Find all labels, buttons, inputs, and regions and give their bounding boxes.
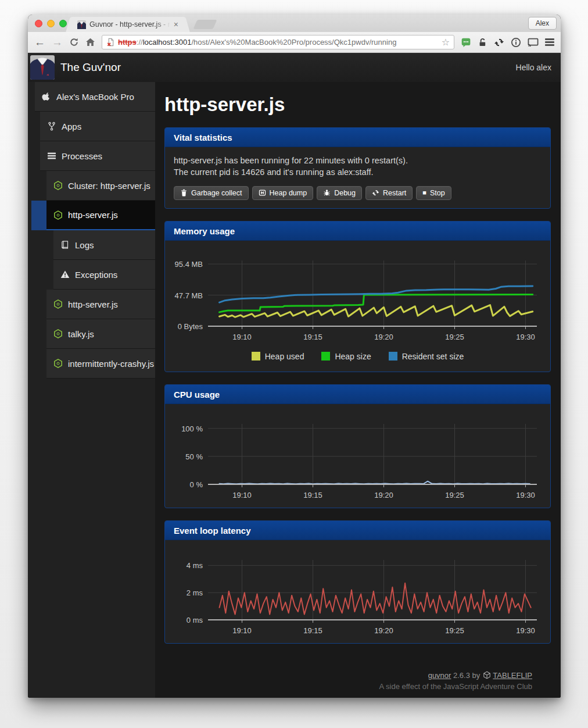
memory-chart-body: 0 Bytes47.7 MB95.4 MB19:1019:1519:2019:2… (165, 241, 550, 372)
reload-icon[interactable] (69, 37, 79, 47)
svg-text:19:20: 19:20 (374, 491, 393, 499)
garbage-collect-button[interactable]: Garbage collect (174, 186, 249, 200)
resident-set-size-swatch (389, 352, 397, 361)
node-icon (53, 181, 63, 190)
legend-heap-used: Heap used (252, 352, 304, 361)
debug-button[interactable]: Debug (317, 186, 362, 200)
main-panel: http-server.js Vital statistics http-ser… (155, 82, 561, 698)
sidebar-item-http-server-2[interactable]: http-server.js (46, 290, 155, 319)
browser-tab[interactable]: Guvnor - http-server.js - ru × (72, 17, 184, 32)
svg-text:50 %: 50 % (185, 452, 203, 461)
bookmark-star-icon[interactable]: ☆ (442, 38, 450, 47)
back-icon[interactable]: ← (34, 37, 45, 48)
guvnor-link[interactable]: guvnor (428, 671, 451, 680)
sidebar-item-exceptions[interactable]: Exceptions (53, 260, 155, 290)
process-actions: Garbage collect Heap dump Debug Res (174, 186, 542, 200)
svg-text:47.7 MB: 47.7 MB (175, 291, 203, 299)
svg-text:19:20: 19:20 (374, 626, 393, 635)
cert-error-icon[interactable] (106, 38, 115, 47)
version-text: 2.6.3 (453, 671, 470, 680)
panel-header: CPU usage (165, 385, 550, 404)
panel-header: Memory usage (165, 222, 550, 241)
sidebar-item-talky[interactable]: talky.js (46, 319, 155, 349)
memory-usage-panel: Memory usage 0 Bytes47.7 MB95.4 MB19:101… (164, 221, 551, 372)
padlock-open-icon[interactable] (478, 37, 487, 47)
url-host: localhost:3001 (143, 38, 192, 47)
url-text: https://localhost:3001/host/Alex's%20Mac… (118, 38, 396, 47)
warning-icon (60, 270, 70, 279)
page-footer: guvnor 2.6.3 byTABLEFLIP A side effect o… (164, 656, 551, 691)
sidebar-item-processes[interactable]: Processes (40, 141, 155, 171)
browser-menu-icon[interactable] (545, 38, 554, 45)
sidebar-item-label: Alex's MacBook Pro (56, 92, 134, 102)
sidebar-item-http-server-selected[interactable]: http-server.js (46, 201, 155, 230)
apple-icon (42, 92, 51, 101)
sidebar-item-label: http-server.js (68, 299, 118, 309)
svg-text:100 %: 100 % (181, 424, 203, 433)
guvnor-suit-avatar (30, 55, 55, 80)
app-header: The Guv'nor Hello alex (28, 53, 561, 82)
restart-button[interactable]: Restart (365, 186, 413, 200)
browser-profile-button[interactable]: Alex (528, 17, 557, 30)
svg-text:19:25: 19:25 (445, 491, 464, 499)
svg-text:19:15: 19:15 (303, 333, 322, 341)
latency-chart-body: 0 ms2 ms4 ms19:1019:1519:2019:2519:30 (165, 540, 550, 643)
svg-text:0 ms: 0 ms (187, 616, 203, 624)
sidebar-item-label: Logs (75, 240, 94, 250)
svg-text:19:30: 19:30 (516, 333, 535, 341)
memory-usage-chart: 0 Bytes47.7 MB95.4 MB19:1019:1519:2019:2… (165, 248, 550, 347)
stop-square-icon: ■ (422, 190, 426, 196)
new-tab-button[interactable] (193, 20, 217, 29)
svg-text:95.4 MB: 95.4 MB (175, 260, 203, 269)
stop-button[interactable]: ■ Stop (416, 186, 451, 200)
forward-icon[interactable]: → (52, 37, 63, 48)
node-icon (53, 210, 63, 220)
node-icon (53, 329, 63, 338)
minimize-window-button[interactable] (47, 20, 55, 27)
heap-dump-button[interactable]: Heap dump (252, 186, 314, 200)
tab-close-icon[interactable]: × (174, 20, 178, 28)
home-icon[interactable] (85, 37, 95, 47)
footer-tagline: A side effect of the JavaScript Adventur… (164, 682, 532, 691)
sync-arrows-icon[interactable] (494, 37, 504, 48)
sidebar-item-label: Processes (62, 151, 102, 161)
extension-bubble-icon[interactable] (461, 37, 471, 48)
vital-statistics-body: http-server.js has been running for 22 m… (165, 147, 550, 208)
svg-text:19:15: 19:15 (303, 626, 322, 635)
heap-size-swatch (321, 352, 330, 361)
sidebar-item-label: Cluster: http-server.js (68, 181, 150, 191)
heap-used-swatch (252, 352, 260, 361)
svg-text:19:25: 19:25 (445, 333, 464, 341)
close-window-button[interactable] (35, 20, 42, 27)
sidebar-item-label: Apps (62, 122, 81, 131)
svg-text:0 %: 0 % (190, 480, 203, 489)
sidebar-item-label: intermittently-crashy.js (68, 359, 154, 369)
cast-icon[interactable] (528, 37, 539, 48)
svg-text:19:10: 19:10 (232, 333, 252, 341)
sidebar-item-cluster[interactable]: Cluster: http-server.js (46, 171, 155, 201)
sidebar-item-label: http-server.js (68, 210, 118, 220)
footer-credits: guvnor 2.6.3 byTABLEFLIP (164, 671, 532, 680)
svg-text:4 ms: 4 ms (187, 561, 203, 570)
sidebar-item-logs[interactable]: Logs (53, 230, 155, 260)
svg-text:19:25: 19:25 (445, 626, 464, 635)
url-separator: :// (137, 38, 143, 47)
node-icon (53, 299, 63, 309)
address-bar[interactable]: https://localhost:3001/host/Alex's%20Mac… (102, 35, 454, 49)
svg-text:19:10: 19:10 (232, 491, 252, 499)
svg-text:19:10: 19:10 (232, 626, 252, 635)
panel-header: Event loop latency (165, 521, 550, 540)
browser-toolbar: ← → https://localhost:3001/host/Alex's%2… (28, 32, 561, 53)
svg-text:19:15: 19:15 (303, 491, 322, 499)
app-title: The Guv'nor (60, 61, 121, 74)
sidebar-item-intermittently-crashy[interactable]: intermittently-crashy.js (46, 349, 155, 379)
info-icon[interactable] (511, 37, 521, 48)
tableflip-link[interactable]: TABLEFLIP (493, 671, 532, 680)
book-icon (60, 240, 70, 249)
sidebar-item-host[interactable]: Alex's MacBook Pro (35, 82, 155, 112)
url-scheme: https (118, 38, 137, 47)
zoom-window-button[interactable] (59, 20, 67, 27)
svg-text:0 Bytes: 0 Bytes (178, 322, 203, 331)
sidebar-item-apps[interactable]: Apps (40, 112, 155, 141)
browser-window: Guvnor - http-server.js - ru × Alex ← → … (28, 15, 561, 698)
